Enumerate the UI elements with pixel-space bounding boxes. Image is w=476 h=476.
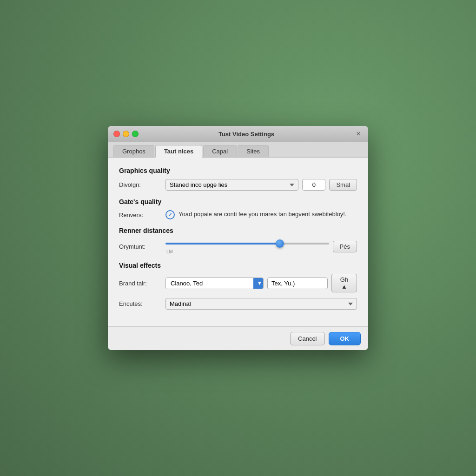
tab-sites[interactable]: Sites (238, 145, 269, 157)
title-bar: Tust Video Settings × (108, 126, 368, 142)
tab-taut-nices[interactable]: Taut nices (155, 145, 202, 158)
encutes-controls: Madinal (165, 298, 357, 310)
divolgn-row: Divolgn: Staned inco upge lies Smal (119, 179, 357, 191)
orymtunt-slider-container: LM (165, 239, 329, 254)
gates-quality-section: Gate's quality Renvers: Yoad popaie are … (119, 198, 357, 219)
brand-tair-row: Brand tair: ▼ Gh ▲ (119, 274, 357, 292)
encutes-label: Encutes: (119, 300, 161, 307)
dialog-window: Tust Video Settings × Grophos Taut nices… (108, 126, 368, 350)
tab-grophos[interactable]: Grophos (113, 145, 154, 157)
minimize-button[interactable] (123, 131, 129, 137)
gates-quality-heading: Gate's quality (119, 198, 357, 205)
divolgn-dropdown[interactable]: Staned inco upge lies (165, 179, 298, 191)
slider-wrapper (165, 239, 329, 248)
smal-button[interactable]: Smal (329, 179, 357, 191)
renner-distances-section: Renner distances Orymtunt: LM Pés (119, 227, 357, 254)
brand-tair-dropdown-btn[interactable]: ▼ (253, 278, 264, 289)
content-area: Graphics quality Divolgn: Staned inco up… (108, 158, 368, 327)
slider-track (165, 243, 329, 245)
dialog-footer: Cancel OK (108, 327, 368, 350)
renvers-checkbox-text: Yoad popaie are conti fee you mares tan … (178, 210, 347, 218)
brand-tair-input[interactable] (166, 278, 253, 289)
visual-effects-heading: Visual effects (119, 262, 357, 269)
divolgn-label: Divolgn: (119, 181, 161, 188)
window-controls (113, 131, 139, 137)
orymtunt-label: Orymtunt: (119, 243, 161, 250)
maximize-button[interactable] (132, 131, 139, 137)
divolgn-controls: Staned inco upge lies Smal (165, 179, 357, 191)
slider-thumb[interactable] (276, 239, 284, 248)
brand-tair-combo: ▼ (165, 278, 264, 289)
close-button[interactable] (113, 131, 120, 137)
graphics-quality-heading: Graphics quality (119, 167, 357, 174)
pes-button[interactable]: Pés (333, 241, 357, 252)
renvers-checkbox-row: Yoad popaie are conti fee you mares tan … (165, 210, 347, 219)
brand-tair-controls: ▼ Gh ▲ (165, 274, 357, 292)
title-close-icon[interactable]: × (354, 130, 363, 138)
orymtunt-row: Orymtunt: LM Pés (119, 239, 357, 254)
cancel-button[interactable]: Cancel (290, 332, 324, 345)
visual-effects-section: Visual effects Brand tair: ▼ Gh ▲ Encute… (119, 262, 357, 310)
encutes-dropdown[interactable]: Madinal (165, 298, 357, 310)
renvers-row: Renvers: Yoad popaie are conti fee you m… (119, 210, 357, 219)
window-title: Tust Video Settings (142, 131, 350, 138)
ok-button[interactable]: OK (329, 332, 361, 345)
slider-min-label: LM (165, 249, 329, 254)
divolgn-number-input[interactable] (302, 179, 325, 191)
orymtunt-controls: LM Pés (165, 239, 357, 254)
gh-button[interactable]: Gh ▲ (331, 274, 357, 292)
renvers-label: Renvers: (119, 212, 161, 218)
brand-tair-text-input[interactable] (267, 278, 328, 289)
brand-tair-label: Brand tair: (119, 280, 161, 287)
renvers-checkbox[interactable] (165, 210, 175, 219)
encutes-row: Encutes: Madinal (119, 298, 357, 310)
tab-bar: Grophos Taut nices Capal Sites (108, 142, 368, 158)
renner-distances-heading: Renner distances (119, 227, 357, 234)
tab-capal[interactable]: Capal (203, 145, 237, 157)
